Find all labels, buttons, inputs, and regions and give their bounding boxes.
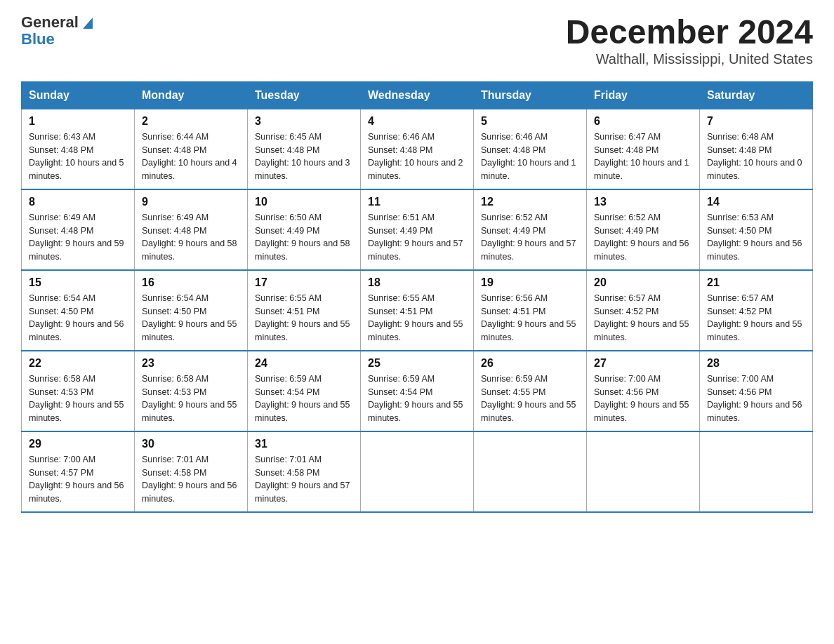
logo-general-text: General xyxy=(21,14,79,31)
day-number: 26 xyxy=(481,357,579,370)
day-info: Sunrise: 6:56 AM Sunset: 4:51 PM Dayligh… xyxy=(481,292,579,344)
logo-blue-text: Blue xyxy=(21,31,55,48)
calendar-cell: 26 Sunrise: 6:59 AM Sunset: 4:55 PM Dayl… xyxy=(474,351,587,431)
calendar-cell: 5 Sunrise: 6:46 AM Sunset: 4:48 PM Dayli… xyxy=(474,109,587,189)
calendar-cell xyxy=(361,431,474,512)
day-number: 8 xyxy=(29,196,127,208)
day-number: 9 xyxy=(142,196,240,208)
day-number: 27 xyxy=(594,357,692,370)
calendar-header-row: SundayMondayTuesdayWednesdayThursdayFrid… xyxy=(22,81,813,109)
header-saturday: Saturday xyxy=(700,81,813,109)
day-info: Sunrise: 6:47 AM Sunset: 4:48 PM Dayligh… xyxy=(594,130,692,183)
header-sunday: Sunday xyxy=(22,81,135,109)
day-number: 29 xyxy=(29,438,127,450)
header-monday: Monday xyxy=(135,81,248,109)
day-number: 7 xyxy=(707,115,805,128)
month-title: December 2024 xyxy=(566,14,813,51)
calendar-cell: 13 Sunrise: 6:52 AM Sunset: 4:49 PM Dayl… xyxy=(587,189,700,270)
day-info: Sunrise: 6:52 AM Sunset: 4:49 PM Dayligh… xyxy=(594,211,692,264)
calendar-cell: 11 Sunrise: 6:51 AM Sunset: 4:49 PM Dayl… xyxy=(361,189,474,270)
calendar-table: SundayMondayTuesdayWednesdayThursdayFrid… xyxy=(21,81,813,513)
svg-marker-0 xyxy=(83,18,93,29)
day-number: 4 xyxy=(368,115,466,128)
calendar-cell: 28 Sunrise: 7:00 AM Sunset: 4:56 PM Dayl… xyxy=(700,351,813,431)
day-number: 24 xyxy=(255,357,353,370)
day-number: 11 xyxy=(368,196,466,208)
day-info: Sunrise: 6:57 AM Sunset: 4:52 PM Dayligh… xyxy=(594,292,692,344)
day-number: 31 xyxy=(255,438,353,450)
day-number: 12 xyxy=(481,196,579,208)
day-info: Sunrise: 6:55 AM Sunset: 4:51 PM Dayligh… xyxy=(368,292,466,344)
day-info: Sunrise: 6:48 AM Sunset: 4:48 PM Dayligh… xyxy=(707,130,805,183)
location-title: Walthall, Mississippi, United States xyxy=(566,51,813,67)
day-number: 18 xyxy=(368,276,466,289)
week-row-5: 29 Sunrise: 7:00 AM Sunset: 4:57 PM Dayl… xyxy=(22,431,813,512)
calendar-cell: 31 Sunrise: 7:01 AM Sunset: 4:58 PM Dayl… xyxy=(248,431,361,512)
day-number: 22 xyxy=(29,357,127,370)
day-info: Sunrise: 7:00 AM Sunset: 4:56 PM Dayligh… xyxy=(594,373,692,425)
day-number: 28 xyxy=(707,357,805,370)
calendar-cell: 7 Sunrise: 6:48 AM Sunset: 4:48 PM Dayli… xyxy=(700,109,813,189)
day-number: 15 xyxy=(29,276,127,289)
header-wednesday: Wednesday xyxy=(361,81,474,109)
day-info: Sunrise: 6:49 AM Sunset: 4:48 PM Dayligh… xyxy=(29,211,127,264)
calendar-cell: 25 Sunrise: 6:59 AM Sunset: 4:54 PM Dayl… xyxy=(361,351,474,431)
day-number: 1 xyxy=(29,115,127,128)
calendar-cell xyxy=(700,431,813,512)
day-info: Sunrise: 6:51 AM Sunset: 4:49 PM Dayligh… xyxy=(368,211,466,264)
calendar-cell: 21 Sunrise: 6:57 AM Sunset: 4:52 PM Dayl… xyxy=(700,270,813,351)
day-info: Sunrise: 7:00 AM Sunset: 4:57 PM Dayligh… xyxy=(29,453,127,506)
day-info: Sunrise: 6:57 AM Sunset: 4:52 PM Dayligh… xyxy=(707,292,805,344)
day-number: 14 xyxy=(707,196,805,208)
day-info: Sunrise: 6:49 AM Sunset: 4:48 PM Dayligh… xyxy=(142,211,240,264)
page-header: General Blue December 2024 Walthall, Mis… xyxy=(21,14,813,67)
day-info: Sunrise: 6:58 AM Sunset: 4:53 PM Dayligh… xyxy=(142,373,240,425)
calendar-cell: 6 Sunrise: 6:47 AM Sunset: 4:48 PM Dayli… xyxy=(587,109,700,189)
header-thursday: Thursday xyxy=(474,81,587,109)
day-number: 30 xyxy=(142,438,240,450)
day-info: Sunrise: 6:52 AM Sunset: 4:49 PM Dayligh… xyxy=(481,211,579,264)
day-number: 2 xyxy=(142,115,240,128)
day-info: Sunrise: 6:44 AM Sunset: 4:48 PM Dayligh… xyxy=(142,130,240,183)
calendar-cell: 19 Sunrise: 6:56 AM Sunset: 4:51 PM Dayl… xyxy=(474,270,587,351)
day-info: Sunrise: 7:01 AM Sunset: 4:58 PM Dayligh… xyxy=(255,453,353,506)
day-info: Sunrise: 6:45 AM Sunset: 4:48 PM Dayligh… xyxy=(255,130,353,183)
header-friday: Friday xyxy=(587,81,700,109)
day-info: Sunrise: 7:01 AM Sunset: 4:58 PM Dayligh… xyxy=(142,453,240,506)
calendar-cell: 15 Sunrise: 6:54 AM Sunset: 4:50 PM Dayl… xyxy=(22,270,135,351)
calendar-cell: 14 Sunrise: 6:53 AM Sunset: 4:50 PM Dayl… xyxy=(700,189,813,270)
day-info: Sunrise: 6:59 AM Sunset: 4:55 PM Dayligh… xyxy=(481,373,579,425)
day-number: 20 xyxy=(594,276,692,289)
day-info: Sunrise: 6:54 AM Sunset: 4:50 PM Dayligh… xyxy=(29,292,127,344)
day-info: Sunrise: 6:55 AM Sunset: 4:51 PM Dayligh… xyxy=(255,292,353,344)
week-row-3: 15 Sunrise: 6:54 AM Sunset: 4:50 PM Dayl… xyxy=(22,270,813,351)
day-number: 21 xyxy=(707,276,805,289)
calendar-cell: 27 Sunrise: 7:00 AM Sunset: 4:56 PM Dayl… xyxy=(587,351,700,431)
calendar-cell: 8 Sunrise: 6:49 AM Sunset: 4:48 PM Dayli… xyxy=(22,189,135,270)
calendar-cell: 18 Sunrise: 6:55 AM Sunset: 4:51 PM Dayl… xyxy=(361,270,474,351)
calendar-cell: 1 Sunrise: 6:43 AM Sunset: 4:48 PM Dayli… xyxy=(22,109,135,189)
calendar-cell: 23 Sunrise: 6:58 AM Sunset: 4:53 PM Dayl… xyxy=(135,351,248,431)
day-number: 6 xyxy=(594,115,692,128)
day-number: 19 xyxy=(481,276,579,289)
header-tuesday: Tuesday xyxy=(248,81,361,109)
title-area: December 2024 Walthall, Mississippi, Uni… xyxy=(566,14,813,67)
calendar-cell: 22 Sunrise: 6:58 AM Sunset: 4:53 PM Dayl… xyxy=(22,351,135,431)
week-row-2: 8 Sunrise: 6:49 AM Sunset: 4:48 PM Dayli… xyxy=(22,189,813,270)
calendar-cell: 10 Sunrise: 6:50 AM Sunset: 4:49 PM Dayl… xyxy=(248,189,361,270)
calendar-cell: 24 Sunrise: 6:59 AM Sunset: 4:54 PM Dayl… xyxy=(248,351,361,431)
day-number: 10 xyxy=(255,196,353,208)
day-info: Sunrise: 6:54 AM Sunset: 4:50 PM Dayligh… xyxy=(142,292,240,344)
calendar-cell: 12 Sunrise: 6:52 AM Sunset: 4:49 PM Dayl… xyxy=(474,189,587,270)
day-info: Sunrise: 6:50 AM Sunset: 4:49 PM Dayligh… xyxy=(255,211,353,264)
day-number: 23 xyxy=(142,357,240,370)
day-number: 3 xyxy=(255,115,353,128)
calendar-cell: 29 Sunrise: 7:00 AM Sunset: 4:57 PM Dayl… xyxy=(22,431,135,512)
day-info: Sunrise: 6:46 AM Sunset: 4:48 PM Dayligh… xyxy=(481,130,579,183)
day-info: Sunrise: 6:59 AM Sunset: 4:54 PM Dayligh… xyxy=(368,373,466,425)
day-info: Sunrise: 6:46 AM Sunset: 4:48 PM Dayligh… xyxy=(368,130,466,183)
calendar-cell: 2 Sunrise: 6:44 AM Sunset: 4:48 PM Dayli… xyxy=(135,109,248,189)
day-info: Sunrise: 6:59 AM Sunset: 4:54 PM Dayligh… xyxy=(255,373,353,425)
day-info: Sunrise: 6:58 AM Sunset: 4:53 PM Dayligh… xyxy=(29,373,127,425)
day-number: 16 xyxy=(142,276,240,289)
